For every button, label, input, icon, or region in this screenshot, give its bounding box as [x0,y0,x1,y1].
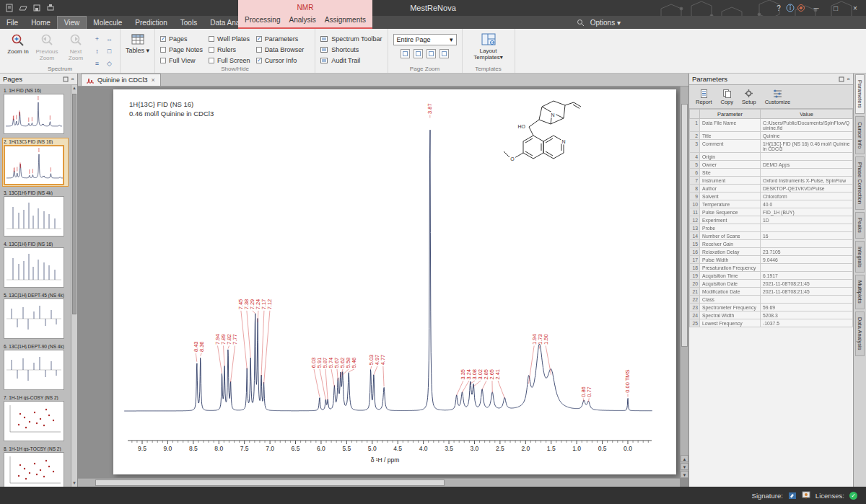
param-value[interactable]: 5208.3 [761,311,853,319]
param-value[interactable]: DESKTOP-QE1VKVD/Pulse [761,185,853,193]
tables-button[interactable]: Tables ▾ [126,31,149,54]
certificate-icon[interactable] [802,491,810,500]
document-tab-quinine[interactable]: Quinine in CDCl3 × [81,74,161,86]
param-row[interactable]: 17Pulse Width9.0446 [690,256,853,264]
param-row[interactable]: 12Experiment1D [690,216,853,224]
fit-width-icon[interactable] [414,49,423,58]
pages-scrollbar[interactable]: ▲ ▼ [71,85,77,487]
dock-tab-multiplets[interactable]: Multiplets [855,275,865,309]
open-icon[interactable] [19,4,27,12]
tab-home[interactable]: Home [25,16,57,29]
param-row[interactable]: 7InstrumentOxford Instruments X-Pulse, S… [690,177,853,185]
param-value[interactable]: Chloroform [761,193,853,200]
param-row[interactable]: 25Lowest Frequency-1037.5 [690,319,853,327]
param-value[interactable] [761,296,853,304]
param-value[interactable] [761,169,853,177]
checkbox-pages[interactable]: Pages [160,35,203,43]
checkbox-box[interactable] [256,47,262,53]
peak-label[interactable]: 0.77 [586,386,592,397]
param-value[interactable] [761,264,853,272]
param-value[interactable]: 59.69 [761,304,853,311]
param-row[interactable]: 11Pulse SequenceFID_1H (BUY) [690,208,853,216]
param-row[interactable]: 5OwnerDEMO Apps [690,161,853,169]
page-zoom-select[interactable]: Entire Page ▾ [393,34,457,45]
checkbox-parameters[interactable]: Parameters [256,35,305,43]
checkbox-box[interactable] [256,36,262,42]
shortcuts-button[interactable]: Shortcuts [320,45,382,53]
param-row[interactable]: 23Spectrometer Frequency59.69 [690,304,853,311]
param-row[interactable]: 10Temperature40.0 [690,200,853,208]
scroll-thumb[interactable] [72,94,76,314]
tab-tools[interactable]: Tools [174,16,204,29]
param-value[interactable]: 6.1917 [761,272,853,280]
param-row[interactable]: 19Acquisition Time6.1917 [690,272,853,280]
maximize-button[interactable]: □ [826,1,845,15]
close-panel-icon[interactable]: × [71,76,74,82]
param-value[interactable]: 40.0 [761,200,853,208]
param-value[interactable]: 2021-11-08T08:21:45 [761,280,853,288]
tab-prediction[interactable]: Prediction [128,16,173,29]
param-row[interactable]: 22Class [690,296,853,304]
param-value[interactable]: 16 [761,232,853,240]
page-thumbnail[interactable] [4,401,64,441]
peak-label[interactable]: 8.36 [198,341,205,352]
horizontal-scrollbar[interactable] [78,478,680,487]
close-panel-icon[interactable]: × [847,76,850,82]
next-zoom-button[interactable]: Next Zoom [63,31,89,61]
setup-button[interactable]: Setup [742,89,756,105]
fit-region-icon[interactable]: □ [104,45,115,56]
param-value[interactable]: C:/Users/Public/Documents/SpinFlow/Quini… [761,119,853,132]
pan-horizontal-icon[interactable]: ↔ [104,33,115,44]
param-row[interactable]: 13Probe [690,224,853,232]
parameter-column-header[interactable]: Parameter [700,110,761,119]
peak-label[interactable]: 4.77 [380,355,386,366]
molecule-structure[interactable]: HO N N O [504,101,581,162]
param-row[interactable]: 4Origin [690,153,853,161]
checkbox-box[interactable] [209,58,214,63]
checkbox-box[interactable] [256,58,262,63]
peak-label[interactable]: 3.87 [427,103,433,114]
vertical-scrollbar[interactable]: ▲ ▼ ▼ [680,87,688,478]
checkbox-cursor-info[interactable]: Cursor Info [256,56,305,65]
peak-label[interactable]: 2.41 [494,369,501,380]
spectrum-toolbar-button[interactable]: Spectrum Toolbar [320,35,382,43]
peak-label[interactable]: 7.77 [232,334,238,345]
tab-analysis[interactable]: Analysis [289,16,315,24]
page-item-3[interactable]: 3. 13C{1H} FID (NS 4k) [3,190,68,237]
param-value[interactable]: Oxford Instruments X-Pulse, SpinFlow [761,177,853,185]
dock-tab-phase-correction[interactable]: Phase Correction [855,156,865,210]
param-value[interactable]: FID_1H (BUY) [761,208,853,216]
param-value[interactable] [761,240,853,248]
param-row[interactable]: 6Site [690,169,853,177]
checkbox-box[interactable] [160,47,166,53]
page-item-2[interactable]: 2. 1H{13C} FID (NS 16) [3,138,68,186]
close-tab-icon[interactable]: × [152,76,155,84]
page-item-1[interactable]: 1. 1H FID (NS 16) [3,87,68,135]
layout-templates-button[interactable]: Layout Templates▾ [468,31,509,61]
param-row[interactable]: 24Spectral Width5208.3 [690,311,853,319]
param-value[interactable] [761,224,853,232]
page-thumbnail[interactable] [4,196,64,236]
page-thumbnail[interactable] [4,145,64,185]
param-row[interactable]: 16Relaxation Delay23.7105 [690,248,853,256]
param-value[interactable]: 9.0446 [761,256,853,264]
page-thumbnail[interactable] [4,452,64,487]
page-item-8[interactable]: 8. 1H-1H gs-TOCSY (NS 2) [3,446,68,487]
param-row[interactable]: 14Number of Scans16 [690,232,853,240]
param-value[interactable]: -1037.5 [761,319,853,327]
license-status-icon[interactable]: ✓ [849,492,857,500]
new-document-icon[interactable] [5,4,14,12]
copy-button[interactable]: Copy [721,89,734,105]
page-up-button[interactable]: ▲ [681,455,688,462]
signature-pen-icon[interactable] [788,491,797,500]
zoom-100-icon[interactable] [401,49,410,58]
page-down-button[interactable]: ▼ [681,463,688,470]
checkbox-box[interactable] [160,36,166,42]
options-menu[interactable]: Options ▾ [590,19,621,27]
report-button[interactable]: Report [696,89,712,105]
record-icon[interactable] [796,3,806,13]
scroll-down-arrow[interactable]: ▼ [71,480,77,487]
zoom-selection-icon[interactable] [439,49,449,58]
param-row[interactable]: 21Modification Date2021-11-08T08:21:45 [690,288,853,296]
minimize-button[interactable]: ─ [807,1,826,15]
